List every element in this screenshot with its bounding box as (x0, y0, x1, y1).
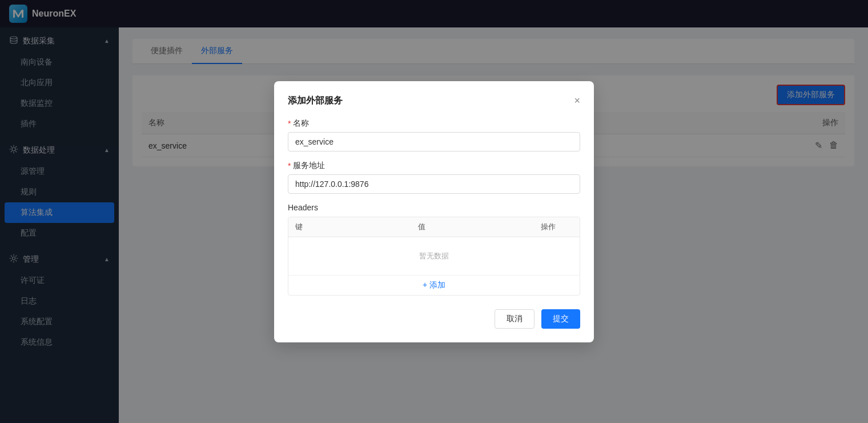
headers-col-value: 值 (411, 217, 534, 237)
form-group-name: * 名称 (288, 118, 580, 151)
cancel-button[interactable]: 取消 (495, 309, 535, 329)
add-header-button[interactable]: + 添加 (423, 280, 445, 290)
headers-col-key: 键 (288, 217, 411, 237)
headers-table: 键 值 操作 暂无数据 + 添加 (288, 217, 580, 296)
name-label: * 名称 (288, 118, 580, 129)
headers-table-head: 键 值 操作 (288, 217, 580, 237)
modal-overlay[interactable]: 添加外部服务 × * 名称 * 服务地址 Headers 键 (0, 0, 868, 423)
required-star-name: * (288, 119, 291, 128)
modal-title: 添加外部服务 (288, 95, 343, 107)
headers-empty: 暂无数据 (288, 237, 580, 275)
required-star-url: * (288, 161, 291, 170)
modal-header: 添加外部服务 × (288, 95, 580, 107)
modal-close-button[interactable]: × (574, 95, 580, 106)
name-input[interactable] (288, 132, 580, 151)
submit-button[interactable]: 提交 (541, 309, 580, 329)
service-url-input[interactable] (288, 174, 580, 194)
modal-footer: 取消 提交 (288, 309, 580, 329)
headers-label: Headers (288, 203, 580, 212)
headers-add-row: + 添加 (288, 275, 580, 295)
headers-col-ops: 操作 (534, 217, 580, 237)
service-url-label: * 服务地址 (288, 161, 580, 171)
add-external-service-modal: 添加外部服务 × * 名称 * 服务地址 Headers 键 (274, 81, 594, 342)
form-group-service-url: * 服务地址 (288, 161, 580, 194)
form-group-headers: Headers 键 值 操作 暂无数据 + 添加 (288, 203, 580, 296)
